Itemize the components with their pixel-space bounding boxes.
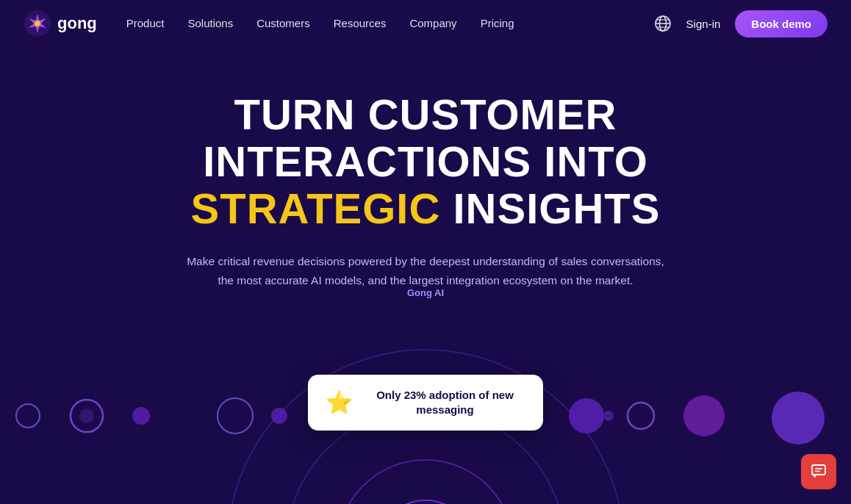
nav-right: Sign-in Book demo bbox=[654, 10, 827, 37]
globe-icon bbox=[654, 15, 672, 32]
hero-section: TURN CUSTOMER INTERACTIONS INTO STRATEGI… bbox=[0, 47, 851, 504]
book-demo-button[interactable]: Book demo bbox=[735, 10, 827, 37]
card-star-icon: ⭐ bbox=[326, 389, 353, 415]
language-selector-button[interactable] bbox=[654, 15, 672, 32]
svg-point-26 bbox=[378, 500, 473, 504]
svg-point-9 bbox=[79, 408, 94, 423]
logo-text: gong bbox=[57, 14, 97, 33]
nav-customers[interactable]: Customers bbox=[256, 17, 310, 29]
card-text: Only 23% adoption of new messaging bbox=[365, 388, 525, 418]
svg-point-25 bbox=[337, 460, 514, 504]
svg-point-15 bbox=[772, 392, 825, 444]
chat-button[interactable] bbox=[801, 454, 836, 489]
hero-title-line1: TURN CUSTOMER INTERACTIONS INTO bbox=[203, 90, 648, 185]
svg-point-8 bbox=[71, 400, 103, 432]
svg-point-14 bbox=[683, 395, 725, 436]
svg-point-7 bbox=[16, 404, 40, 428]
insight-card: ⭐ Only 23% adoption of new messaging bbox=[308, 375, 543, 431]
nav-company[interactable]: Company bbox=[409, 17, 456, 29]
logo[interactable]: gong bbox=[24, 10, 97, 37]
main-nav: gong Product Solutions Customers Resourc… bbox=[0, 0, 851, 47]
nav-resources[interactable]: Resources bbox=[334, 17, 387, 29]
nav-links: Product Solutions Customers Resources Co… bbox=[126, 17, 654, 30]
svg-point-1 bbox=[35, 21, 40, 26]
svg-point-10 bbox=[132, 407, 150, 425]
chat-icon bbox=[811, 464, 827, 480]
gong-ai-label: Gong AI bbox=[407, 287, 444, 298]
nav-pricing[interactable]: Pricing bbox=[481, 17, 514, 29]
svg-rect-27 bbox=[812, 465, 825, 475]
signin-button[interactable]: Sign-in bbox=[686, 18, 721, 30]
nav-product[interactable]: Product bbox=[126, 17, 165, 29]
hero-title-insights: INSIGHTS bbox=[453, 184, 661, 232]
hero-title: TURN CUSTOMER INTERACTIONS INTO STRATEGI… bbox=[95, 91, 756, 231]
nav-solutions[interactable]: Solutions bbox=[187, 17, 233, 29]
hero-title-yellow: STRATEGIC bbox=[191, 184, 441, 232]
